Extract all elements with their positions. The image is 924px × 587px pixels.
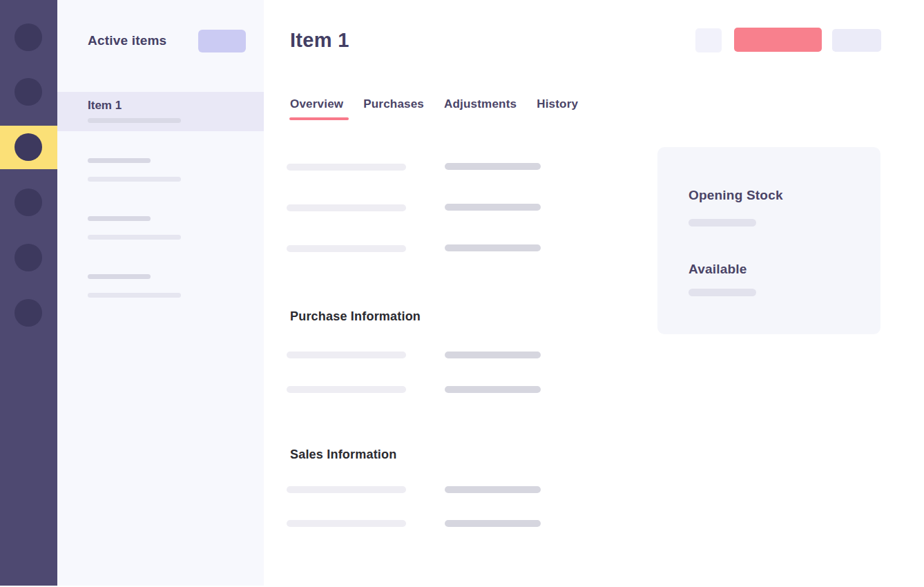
app-root: Active items Item 1 Item 1 Overview Purc… — [0, 0, 924, 586]
tab-purchases[interactable]: Purchases — [363, 97, 424, 120]
stock-summary-card: Opening Stock Available — [657, 147, 880, 334]
tab-overview[interactable]: Overview — [290, 97, 343, 120]
available-label: Available — [689, 262, 747, 277]
nav-item-4-circle-icon[interactable] — [15, 189, 42, 216]
overview-field-labels — [287, 164, 406, 252]
skeleton-bar — [445, 352, 541, 358]
opening-stock-label: Opening Stock — [689, 188, 783, 203]
page-title: Item 1 — [290, 29, 349, 52]
list-item-selected[interactable]: Item 1 — [57, 92, 264, 131]
sales-field-values — [445, 486, 541, 527]
toolbar-icon-button[interactable] — [695, 28, 722, 52]
skeleton-bar — [88, 118, 181, 123]
nav-item-5-circle-icon[interactable] — [15, 244, 42, 271]
skeleton-bar — [287, 486, 406, 493]
purchase-information-heading: Purchase Information — [290, 309, 421, 324]
skeleton-bar — [88, 274, 151, 279]
skeleton-bar — [445, 204, 541, 211]
purchase-field-labels — [287, 352, 406, 393]
list-panel-title: Active items — [88, 33, 166, 48]
skeleton-bar — [287, 245, 406, 252]
skeleton-bar — [287, 164, 406, 171]
skeleton-bar — [445, 386, 541, 393]
nav-item-6-circle-icon[interactable] — [15, 299, 42, 327]
skeleton-bar — [287, 520, 406, 527]
tab-adjustments[interactable]: Adjustments — [444, 97, 517, 120]
skeleton-bar — [445, 163, 541, 170]
skeleton-bar — [445, 486, 541, 493]
skeleton-bar — [88, 293, 181, 298]
nav-item-2-circle-icon[interactable] — [15, 78, 42, 106]
skeleton-bar — [88, 158, 151, 163]
toolbar-primary-button[interactable] — [734, 28, 822, 52]
skeleton-bar — [287, 204, 406, 211]
purchase-field-values — [445, 352, 541, 393]
list-item-label: Item 1 — [88, 99, 122, 113]
nav-rail — [0, 0, 57, 586]
overview-field-values — [445, 163, 541, 251]
add-item-button[interactable] — [198, 30, 246, 52]
sales-information-heading: Sales Information — [290, 448, 396, 462]
items-list-panel: Active items Item 1 — [57, 0, 264, 586]
skeleton-bar — [689, 289, 756, 296]
skeleton-bar — [287, 352, 406, 358]
skeleton-bar — [445, 244, 541, 251]
skeleton-bar — [88, 177, 181, 182]
skeleton-bar — [88, 216, 151, 221]
skeleton-bar — [689, 219, 756, 227]
toolbar-secondary-button[interactable] — [832, 29, 881, 52]
sales-field-labels — [287, 486, 406, 527]
skeleton-bar — [445, 520, 541, 527]
skeleton-bar — [287, 386, 406, 393]
nav-item-3-circle-icon-active[interactable] — [15, 133, 42, 161]
nav-item-1-circle-icon[interactable] — [15, 23, 42, 51]
tab-history[interactable]: History — [537, 97, 578, 120]
detail-tabs: Overview Purchases Adjustments History — [290, 97, 578, 120]
skeleton-bar — [88, 235, 181, 240]
item-detail-main: Item 1 Overview Purchases Adjustments Hi… — [264, 0, 924, 586]
